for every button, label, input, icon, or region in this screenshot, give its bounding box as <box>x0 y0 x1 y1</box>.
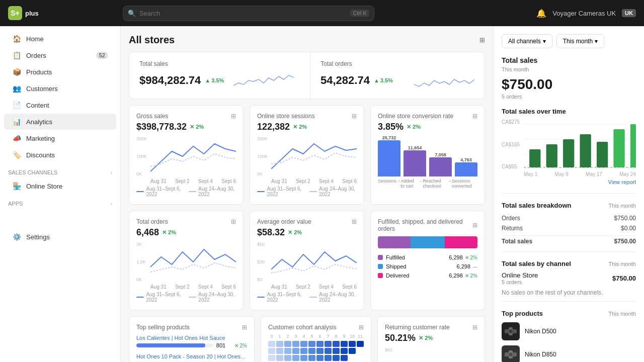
fulfilled-legend: Fulfilled 6,298 ✕ 2% Shipped <box>378 254 477 279</box>
rp-breakdown-label: Total sales breakdown <box>502 202 571 209</box>
total-orders-menu-icon[interactable]: ⊞ <box>231 218 236 225</box>
topbar-right: 🔔 Voyager Cameras UK UK <box>536 9 636 18</box>
charts-row-3: Top selling products ⊞ Los Calientes | H… <box>129 316 485 362</box>
returning-rate-trend: ✕ 2% <box>419 335 433 341</box>
sidebar-item-products[interactable]: 📦 Products <box>4 64 116 80</box>
sidebar-item-label-customers: Customers <box>26 85 58 93</box>
bar-2 <box>429 157 452 176</box>
summary-row: Total sales $984,282.74 ▲3.5% <box>129 52 485 99</box>
apps-label: Apps <box>8 201 23 207</box>
total-sales-value: $984,282.74 ▲3.5% <box>139 74 224 87</box>
svg-point-14 <box>510 330 512 332</box>
product-thumb-1 <box>502 345 520 362</box>
top-products-list: Los Calientes | Hot Ones Hot Sauce 801 ✕… <box>136 335 247 362</box>
sidebar-item-orders[interactable]: 📋 Orders 52 <box>4 47 116 63</box>
sidebar: 🏠 Home 📋 Orders 52 📦 Products 👥 Customer… <box>0 26 121 362</box>
content-icon: 📄 <box>12 101 21 110</box>
rp-breakdown-header: Total sales breakdown This month <box>502 202 636 209</box>
main-layout: 🏠 Home 📋 Orders 52 📦 Products 👥 Customer… <box>0 26 644 362</box>
sales-channels-section: Sales channels › <box>0 163 120 177</box>
search-input[interactable] <box>123 6 374 21</box>
rp-view-report-link[interactable]: View report <box>502 179 636 185</box>
bar-1 <box>404 150 426 176</box>
sessions-card: Online store sessions ⊞ 122,382 ✕ 2% 200… <box>250 105 364 205</box>
rp-product-name-0: Nikon D500 <box>525 328 556 335</box>
fulfilled-bar <box>378 236 477 248</box>
rp-total-sales-date: This month <box>502 66 636 72</box>
rp-breakdown-orders: Orders $750.00 <box>502 213 636 223</box>
bar-val-0: 25,732 <box>382 135 396 140</box>
rp-chart-x-labels: May 1 May 9 May 17 May 24 <box>502 171 636 177</box>
rp-top-products-label: Top products <box>502 310 543 317</box>
rp-product-name-1: Nikon D850 <box>525 351 556 358</box>
sidebar-item-discounts[interactable]: 🏷️ Discounts <box>4 147 116 163</box>
rp-breakdown-date: This month <box>609 203 636 209</box>
shopify-plus-label: plus <box>25 10 39 17</box>
shopify-logo[interactable]: S+ plus <box>8 6 39 20</box>
orders-icon: 📋 <box>12 51 21 60</box>
cohort-menu-icon[interactable]: ⊞ <box>359 324 364 331</box>
sidebar-item-label-orders: Orders <box>26 52 46 59</box>
total-orders-x-labels: Aug 31 Sept 2 Sept 4 Sept 6 <box>150 284 236 290</box>
marketing-icon: 📣 <box>12 134 21 143</box>
rp-channel-label: Total sales by channel <box>502 260 571 267</box>
list-item: Nikon D850 <box>502 345 636 362</box>
orders-badge: 52 <box>96 52 108 59</box>
bell-icon[interactable]: 🔔 <box>536 9 546 18</box>
sessions-menu-icon[interactable]: ⊞ <box>352 113 357 120</box>
apps-arrow-icon: › <box>111 201 112 207</box>
cohort-title: Customer cohort analysis <box>268 324 336 331</box>
sessions-title: Online store sessions <box>257 113 315 120</box>
avg-order-value: $58.32 ✕ 2% <box>257 227 357 238</box>
section-arrow-icon: › <box>111 170 112 175</box>
sidebar-item-online-store[interactable]: 🏪 Online Store <box>4 178 116 194</box>
sidebar-item-label-analytics: Analytics <box>26 118 52 126</box>
conversion-menu-icon[interactable]: ⊞ <box>472 113 477 120</box>
rp-total-sales-value: $750.00 <box>502 76 636 93</box>
search-icon: 🔍 <box>128 10 136 17</box>
main-content-panel: All stores ⊞ Total sales $984,282.74 ▲3.… <box>121 26 493 362</box>
rp-no-sales-text: No sales on the rest of your channels. <box>502 289 636 296</box>
sidebar-item-marketing[interactable]: 📣 Marketing <box>4 130 116 146</box>
rp-divider-3 <box>502 301 636 302</box>
returning-rate-menu-icon[interactable]: ⊞ <box>472 324 477 331</box>
list-item: Los Calientes | Hot Ones Hot Sauce 801 ✕… <box>136 335 247 348</box>
shopify-logo-icon: S+ <box>8 6 22 20</box>
all-channels-btn[interactable]: All channels ▾ <box>502 34 552 48</box>
sidebar-item-home[interactable]: 🏠 Home <box>4 31 116 47</box>
top-products-menu-icon[interactable]: ⊞ <box>242 324 247 331</box>
total-orders-label: Total orders <box>320 60 474 67</box>
rp-divider-2 <box>502 251 636 252</box>
sales-channels-label: Sales channels <box>8 169 57 175</box>
fulfilled-menu-icon[interactable]: ⊞ <box>472 222 477 229</box>
total-orders-chart-title: Total orders <box>136 218 168 225</box>
product-thumb-0 <box>502 322 520 340</box>
gross-sales-menu-icon[interactable]: ⊞ <box>231 113 236 120</box>
conversion-bars: 25,732 11,654 7,058 4,763 <box>378 136 477 176</box>
list-item: Hot Ones 10 Pack - Season 20 | Hot Ones … <box>136 353 247 362</box>
svg-rect-6 <box>563 139 574 167</box>
sidebar-item-settings[interactable]: ⚙️ Settings <box>4 229 116 245</box>
charts-row-2: Total orders ⊞ 6,468 ✕ 2% 3K 1.5K 0K <box>129 211 485 310</box>
gross-sales-title: Gross sales <box>136 113 168 120</box>
product-name-0: Los Calientes | Hot Ones Hot Sauce <box>136 335 247 341</box>
sidebar-item-content[interactable]: 📄 Content <box>4 97 116 113</box>
total-orders-chart-trend: ✕ 2% <box>162 229 176 236</box>
this-month-btn[interactable]: This month ▾ <box>556 34 604 48</box>
bar-val-1: 11,654 <box>408 145 422 150</box>
gross-sales-value: $398,778.32 ✕ 2% <box>136 122 236 132</box>
content-area: All stores ⊞ Total sales $984,282.74 ▲3.… <box>121 26 644 362</box>
list-item: Nikon D500 <box>502 322 636 340</box>
sidebar-item-customers[interactable]: 👥 Customers <box>4 80 116 97</box>
total-sales-trend: ▲3.5% <box>205 77 224 83</box>
bar-val-3: 4,763 <box>460 157 472 162</box>
chevron-down-icon: ▾ <box>543 38 546 45</box>
sidebar-item-analytics[interactable]: 📊 Analytics <box>4 114 116 130</box>
svg-rect-8 <box>597 142 608 167</box>
svg-rect-9 <box>613 129 624 167</box>
avg-order-menu-icon[interactable]: ⊞ <box>352 218 357 225</box>
bar-val-2: 7,058 <box>435 152 446 157</box>
grid-view-icon[interactable]: ⊞ <box>479 36 485 44</box>
sessions-value: 122,382 ✕ 2% <box>257 122 357 132</box>
rp-top-products-date: This month <box>609 311 636 317</box>
